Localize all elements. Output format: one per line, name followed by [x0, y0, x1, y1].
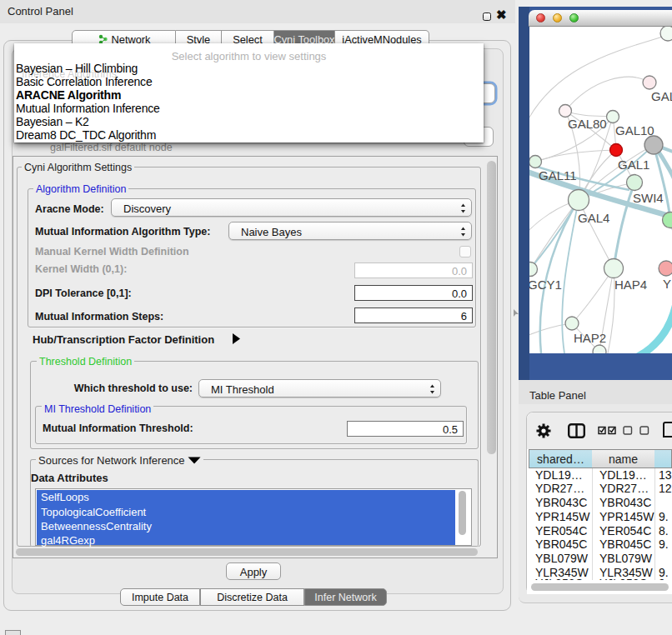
svg-text:GAL: GAL [651, 89, 672, 103]
svg-text:GAL11: GAL11 [539, 168, 577, 182]
svg-text:GAL10: GAL10 [615, 123, 654, 138]
svg-text:HAP2: HAP2 [574, 331, 606, 345]
svg-text:GAL1: GAL1 [618, 158, 649, 172]
svg-text:GAL80: GAL80 [568, 117, 607, 131]
svg-text:SWI4: SWI4 [633, 191, 664, 205]
svg-text:HAP4: HAP4 [614, 278, 647, 292]
svg-text:GCY1: GCY1 [529, 278, 562, 292]
svg-text:Y: Y [663, 277, 671, 291]
svg-text:GAL4: GAL4 [578, 211, 609, 225]
